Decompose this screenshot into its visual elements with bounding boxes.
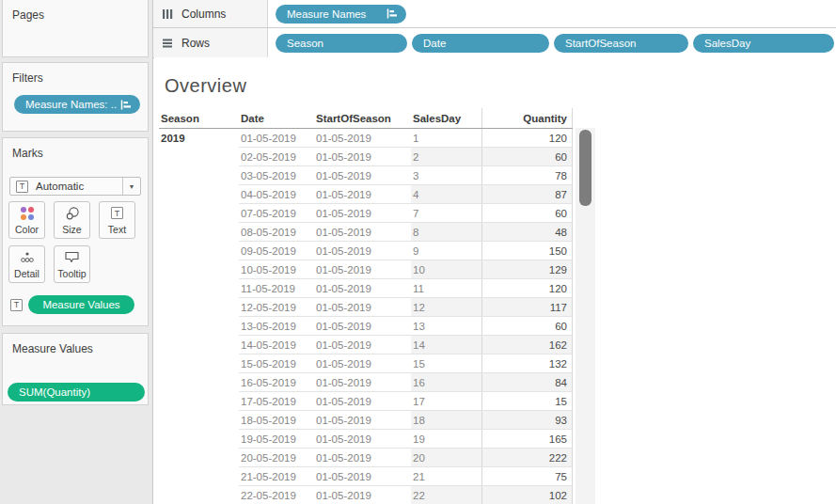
cell-sday[interactable]: 20 (411, 449, 481, 467)
header-startofseason[interactable]: StartOfSeason (314, 108, 411, 128)
cell-qty[interactable]: 120 (481, 129, 573, 148)
cell-qty[interactable]: 165 (481, 430, 573, 449)
cell-sos[interactable]: 01-05-2019 (314, 148, 411, 166)
mark-type-dropdown[interactable]: T Automatic ▾ (9, 177, 141, 196)
cell-qty[interactable]: 132 (481, 354, 573, 373)
cell-qty[interactable]: 60 (481, 148, 573, 166)
cell-qty[interactable]: 93 (481, 411, 573, 430)
cell-sday[interactable]: 13 (411, 317, 481, 336)
text-button[interactable]: T Text (99, 201, 135, 239)
cell-sday[interactable]: 1 (411, 129, 481, 148)
cell-sday[interactable]: 16 (411, 373, 481, 392)
cell-date[interactable]: 22-05-2019 (239, 486, 314, 504)
pill-startofseason[interactable]: StartOfSeason (554, 34, 688, 53)
measure-values-pill-sum-quantity[interactable]: SUM(Quantity) (8, 383, 145, 402)
cell-sday[interactable]: 3 (411, 166, 481, 185)
header-salesday[interactable]: SalesDay (411, 108, 481, 128)
cell-date[interactable]: 19-05-2019 (239, 430, 314, 449)
cell-qty[interactable]: 102 (481, 486, 573, 504)
cell-date[interactable]: 01-05-2019 (239, 129, 314, 148)
cell-sday[interactable]: 12 (411, 298, 481, 317)
cell-qty[interactable]: 162 (481, 336, 573, 354)
cell-date[interactable]: 03-05-2019 (239, 166, 314, 185)
cell-sos[interactable]: 01-05-2019 (314, 242, 411, 260)
cell-date[interactable]: 12-05-2019 (239, 298, 314, 317)
cell-date[interactable]: 21-05-2019 (239, 467, 314, 486)
cell-sos[interactable]: 01-05-2019 (314, 373, 411, 392)
cell-sday[interactable]: 11 (411, 279, 481, 298)
cell-date[interactable]: 11-05-2019 (239, 279, 314, 298)
cell-qty[interactable]: 84 (481, 373, 573, 392)
chevron-down-icon[interactable]: ▾ (122, 178, 140, 195)
cell-date[interactable]: 07-05-2019 (239, 204, 314, 223)
cell-sday[interactable]: 19 (411, 430, 481, 449)
size-button[interactable]: Size (54, 201, 90, 239)
cell-date[interactable]: 16-05-2019 (239, 373, 314, 392)
cell-sos[interactable]: 01-05-2019 (314, 449, 411, 467)
cell-sos[interactable]: 01-05-2019 (314, 166, 411, 185)
cell-qty[interactable]: 87 (481, 185, 573, 204)
cell-sday[interactable]: 22 (411, 486, 481, 504)
cell-date[interactable]: 15-05-2019 (239, 354, 314, 373)
cell-sday[interactable]: 9 (411, 242, 481, 260)
cell-qty[interactable]: 60 (481, 317, 573, 336)
cell-date[interactable]: 04-05-2019 (239, 185, 314, 204)
cell-date[interactable]: 14-05-2019 (239, 336, 314, 354)
cell-qty[interactable]: 120 (481, 279, 573, 298)
cell-sos[interactable]: 01-05-2019 (314, 317, 411, 336)
cell-qty[interactable]: 117 (481, 298, 573, 317)
cell-sos[interactable]: 01-05-2019 (314, 392, 411, 411)
pill-measure-names[interactable]: Measure Names (276, 5, 406, 24)
detail-button[interactable]: Detail (8, 245, 45, 283)
cell-sday[interactable]: 21 (411, 467, 481, 486)
cell-date[interactable]: 18-05-2019 (239, 411, 314, 430)
cell-sday[interactable]: 8 (411, 223, 481, 242)
cell-qty[interactable]: 75 (481, 467, 573, 486)
encoding-pill-measure-values[interactable]: Measure Values (28, 295, 134, 314)
cell-sday[interactable]: 17 (411, 392, 481, 411)
cell-qty[interactable]: 150 (481, 242, 573, 260)
cell-sos[interactable]: 01-05-2019 (314, 486, 411, 504)
cell-sos[interactable]: 01-05-2019 (314, 467, 411, 486)
cell-date[interactable]: 09-05-2019 (239, 242, 314, 260)
vertical-scrollbar[interactable] (576, 128, 595, 504)
cell-sday[interactable]: 14 (411, 336, 481, 354)
cell-date[interactable]: 17-05-2019 (239, 392, 314, 411)
columns-shelf[interactable]: Columns Measure Names (153, 0, 836, 28)
cell-qty[interactable]: 78 (481, 166, 573, 185)
cell-sday[interactable]: 15 (411, 354, 481, 373)
cell-sos[interactable]: 01-05-2019 (314, 298, 411, 317)
scrollbar-thumb[interactable] (579, 130, 592, 206)
header-date[interactable]: Date (239, 108, 314, 128)
cell-sos[interactable]: 01-05-2019 (314, 223, 411, 242)
cell-sos[interactable]: 01-05-2019 (314, 260, 411, 279)
cell-sos[interactable]: 01-05-2019 (314, 430, 411, 449)
cell-sday[interactable]: 2 (411, 148, 481, 166)
cell-qty[interactable]: 222 (481, 449, 573, 467)
cell-date[interactable]: 10-05-2019 (239, 260, 314, 279)
filter-pill-measure-names[interactable]: Measure Names: .. (14, 95, 140, 114)
cell-sday[interactable]: 10 (411, 260, 481, 279)
cell-date[interactable]: 02-05-2019 (239, 148, 314, 166)
pill-date[interactable]: Date (412, 34, 549, 53)
cell-qty[interactable]: 129 (481, 260, 573, 279)
cell-sos[interactable]: 01-05-2019 (314, 185, 411, 204)
header-quantity[interactable]: Quantity (481, 108, 573, 128)
cell-sos[interactable]: 01-05-2019 (314, 411, 411, 430)
cell-sday[interactable]: 4 (411, 185, 481, 204)
cell-sday[interactable]: 18 (411, 411, 481, 430)
cell-qty[interactable]: 15 (481, 392, 573, 411)
cell-date[interactable]: 13-05-2019 (239, 317, 314, 336)
cell-sos[interactable]: 01-05-2019 (314, 279, 411, 298)
cell-sos[interactable]: 01-05-2019 (314, 336, 411, 354)
pill-salesday[interactable]: SalesDay (693, 34, 834, 53)
header-season[interactable]: Season (159, 108, 239, 128)
cell-sos[interactable]: 01-05-2019 (314, 354, 411, 373)
cell-sos[interactable]: 01-05-2019 (314, 129, 411, 148)
cell-date[interactable]: 20-05-2019 (239, 449, 314, 467)
cell-sos[interactable]: 01-05-2019 (314, 204, 411, 223)
cell-qty[interactable]: 48 (481, 223, 573, 242)
cell-qty[interactable]: 60 (481, 204, 573, 223)
color-button[interactable]: Color (8, 201, 45, 239)
rows-shelf[interactable]: Rows Season Date StartOfSeason SalesDay (153, 28, 836, 58)
